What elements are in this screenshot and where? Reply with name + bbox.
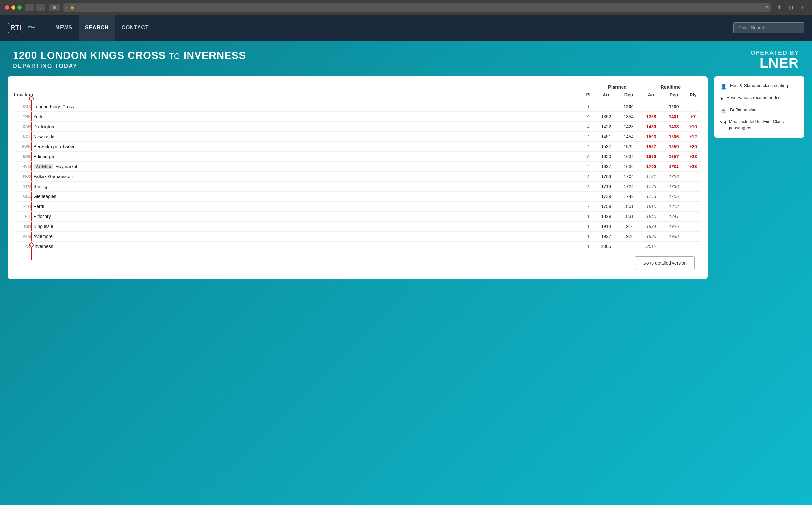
station-name-container: ArrivingHaymarket <box>33 164 582 169</box>
station-code: HYM <box>14 164 33 169</box>
table-row: GLE Gleneagles 1739 1742 1753 1755 <box>14 192 701 202</box>
planned-arr: 2005 <box>595 244 618 249</box>
table-row: YRK York 9 1352 1354 1358 1401 +7 <box>14 112 701 122</box>
info-text: Reservations recommended <box>726 95 781 101</box>
traffic-lights <box>5 5 22 10</box>
planned-dep: 1724 <box>618 184 640 189</box>
station-name: Inverness <box>33 244 53 249</box>
station-name-container: Stirling <box>33 184 582 189</box>
info-icon: 👤 <box>720 83 727 90</box>
station-name: Falkirk Grahamston <box>33 174 73 179</box>
table-row: KGX London Kings Cross 1 1200 1200 <box>14 102 701 112</box>
station-name-container: Pitlochry <box>33 214 582 219</box>
realtime-dep: 1559 <box>663 144 685 149</box>
realtime-dep: 1657 <box>663 154 685 159</box>
operator-name: LNER <box>751 56 799 70</box>
sub-headers: Location Pl Arr Dep Arr Dep Dly <box>14 92 701 101</box>
delay: +20 <box>685 144 701 149</box>
col-arr-rt-header: Arr <box>640 92 663 97</box>
station-name: Kingussie <box>33 224 53 229</box>
delay: +7 <box>685 114 701 119</box>
planned-arr: 1422 <box>595 124 618 129</box>
nav-news[interactable]: NEWS <box>49 15 79 41</box>
realtime-dep: 1200 <box>663 104 685 109</box>
info-text: Buffet service <box>730 107 757 113</box>
logo-text: RTI <box>8 23 24 33</box>
col-dep-rt-header: Dep <box>663 92 685 97</box>
planned-arr: 1451 <box>595 134 618 139</box>
forward-button[interactable]: › <box>36 4 45 11</box>
close-button[interactable] <box>5 5 9 10</box>
planned-dep: 1916 <box>618 224 640 229</box>
station-name-container: Gleneagles <box>33 194 582 199</box>
planned-dep: 1742 <box>618 194 640 199</box>
nav-search[interactable]: SEARCH <box>79 15 115 41</box>
realtime-dep: 1401 <box>663 114 685 119</box>
maximize-button[interactable] <box>17 5 22 10</box>
tab-button[interactable]: ⊞ <box>49 4 59 11</box>
info-item: 🍽 Meal included for First Class passenge… <box>720 119 798 131</box>
detailed-version-button[interactable]: Go to detailed version <box>635 257 695 270</box>
planned-dep: 1423 <box>618 124 640 129</box>
realtime-arr: 1721 <box>640 174 663 179</box>
minimize-button[interactable] <box>11 5 15 10</box>
planned-dep: 1801 <box>618 204 640 209</box>
station-name: Gleneagles <box>33 194 56 199</box>
planned-arr: 1739 <box>595 194 618 199</box>
more-button[interactable]: + <box>798 4 807 11</box>
reload-icon[interactable]: ↻ <box>765 5 768 10</box>
station-name: Darlington <box>33 124 54 129</box>
platform-number: 1 <box>582 104 595 109</box>
station-name-container: Newcastle <box>33 134 582 139</box>
delay: +12 <box>685 134 701 139</box>
realtime-arr: 1650 <box>640 154 663 159</box>
share-button[interactable]: ⬆ <box>775 4 784 11</box>
station-code: EDB <box>14 154 33 159</box>
platform-number: 4 <box>582 124 595 129</box>
platform-number: 7 <box>582 204 595 209</box>
platform-number: 2 <box>582 174 595 179</box>
info-text: First & Standard class seating <box>730 83 788 89</box>
realtime-arr: 1557 <box>640 144 663 149</box>
platform-number: 1 <box>582 234 595 239</box>
realtime-arr: 2012 <box>640 244 663 249</box>
col-pl-header: Pl <box>582 92 595 97</box>
quick-search-container <box>733 22 804 33</box>
realtime-arr: 1810 <box>640 204 663 209</box>
platform-number: 2 <box>582 184 595 189</box>
address-bar: 🛡 🔒 ↻ <box>63 3 771 12</box>
train-rows-container: KGX London Kings Cross 1 1200 1200 YRK Y… <box>14 102 701 251</box>
table-row: BWK Berwick-upon-Tweed 2 1537 1539 1557 … <box>14 142 701 152</box>
platform-number: 1 <box>582 244 595 249</box>
station-code: FKG <box>14 174 33 179</box>
station-name: Newcastle <box>33 134 54 139</box>
fullscreen-button[interactable]: ⊡ <box>786 4 795 11</box>
platform-number: 2 <box>582 144 595 149</box>
col-dly-header: Dly <box>685 92 701 97</box>
timeline-dot-start <box>29 96 33 101</box>
table-row: STG Stirling 2 1718 1724 1735 1738 <box>14 182 701 192</box>
delay: +23 <box>685 154 701 159</box>
realtime-arr: 1735 <box>640 184 663 189</box>
platform-number: 1 <box>582 224 595 229</box>
station-name: Berwick-upon-Tweed <box>33 144 76 149</box>
quick-search-input[interactable] <box>733 22 804 33</box>
planned-dep: 1634 <box>618 154 640 159</box>
station-name: Aviemore <box>33 234 52 239</box>
planned-arr: 1620 <box>595 154 618 159</box>
station-code: PIT <box>14 214 33 219</box>
station-code: INV <box>14 244 33 248</box>
planned-dep: 1200 <box>618 104 640 109</box>
platform-number: 1 <box>582 214 595 219</box>
realtime-dep: 1812 <box>663 204 685 209</box>
back-button[interactable]: ‹ <box>25 4 34 11</box>
realtime-dep: 1926 <box>663 224 685 229</box>
info-item: 👤 First & Standard class seating <box>720 83 798 90</box>
nav-contact[interactable]: CONTACT <box>115 15 155 41</box>
planned-dep: 1454 <box>618 134 640 139</box>
planned-arr: 1718 <box>595 184 618 189</box>
planned-dep: 1928 <box>618 234 640 239</box>
logo-icon: 〜 <box>27 22 36 34</box>
status-badge: Arriving <box>33 164 53 169</box>
realtime-arr: 1840 <box>640 214 663 219</box>
